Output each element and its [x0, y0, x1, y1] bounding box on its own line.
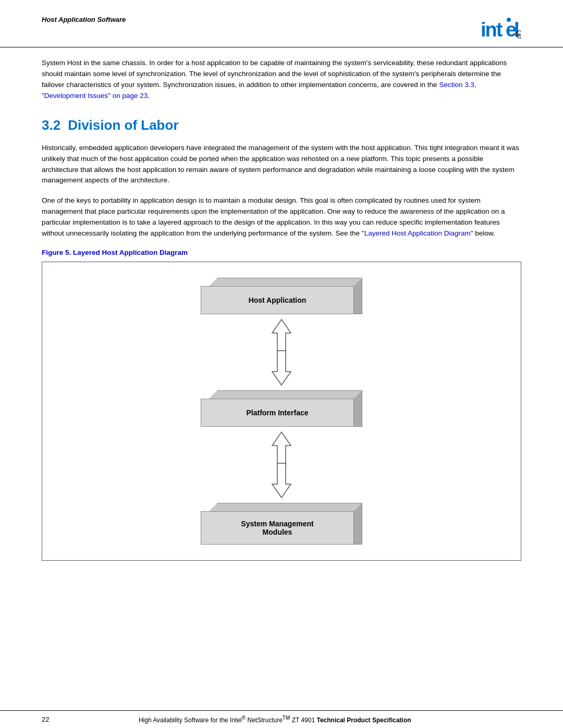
arrow2 — [266, 431, 297, 499]
footer-doc-text: High Availability Software for the Intel… — [139, 715, 411, 724]
modules-label: Modules — [263, 528, 292, 536]
header-title: Host Application Software — [42, 16, 126, 23]
footer-doc-bold: Technical Product Specification — [316, 717, 411, 724]
section-title: Division of Labor — [68, 117, 178, 133]
intro-paragraph: System Host in the same chassis. In orde… — [42, 58, 521, 102]
content: System Host in the same chassis. In orde… — [0, 47, 563, 597]
svg-text:l: l — [514, 19, 520, 41]
footer-doc-body: High Availability Software for the Intel… — [139, 717, 411, 724]
svg-point-3 — [507, 18, 511, 22]
page-footer: 22 High Availability Software for the In… — [0, 710, 563, 728]
host-application-box: Host Application — [201, 278, 362, 314]
platform-interface-label: Platform Interface — [246, 409, 308, 417]
intro-end: . — [148, 92, 150, 100]
section-number: 3.2 — [42, 117, 60, 133]
svg-marker-6 — [272, 319, 291, 354]
intel-logo: int e l R — [480, 16, 521, 42]
host-application-label: Host Application — [249, 296, 307, 304]
section-para1: Historically, embedded application devel… — [42, 143, 521, 187]
para2-end: below. — [473, 229, 495, 237]
figure-caption: Figure 5. Layered Host Application Diagr… — [42, 249, 521, 256]
footer-page-number: 22 — [42, 715, 49, 723]
intro-body: System Host in the same chassis. In orde… — [42, 59, 507, 89]
svg-marker-8 — [272, 432, 291, 466]
arrow1 — [266, 318, 297, 386]
platform-interface-box: Platform Interface — [201, 390, 362, 427]
page: Host Application Software int e l R Syst… — [0, 0, 563, 728]
diagram-container: Host Application — [42, 262, 521, 561]
svg-text:R: R — [518, 33, 521, 38]
svg-marker-9 — [272, 463, 291, 498]
svg-marker-7 — [272, 351, 291, 385]
svg-text:int: int — [481, 19, 503, 41]
system-management-box: System Management Modules — [201, 503, 362, 545]
section-heading: 3.2Division of Labor — [42, 117, 521, 133]
section-para2: One of the keys to portability in applic… — [42, 195, 521, 239]
diagram-inner: Host Application — [201, 278, 362, 545]
page-header: Host Application Software int e l R — [0, 0, 563, 47]
system-management-label: System Management — [241, 520, 313, 528]
diagram-link[interactable]: "Layered Host Application Diagram" — [362, 229, 473, 237]
